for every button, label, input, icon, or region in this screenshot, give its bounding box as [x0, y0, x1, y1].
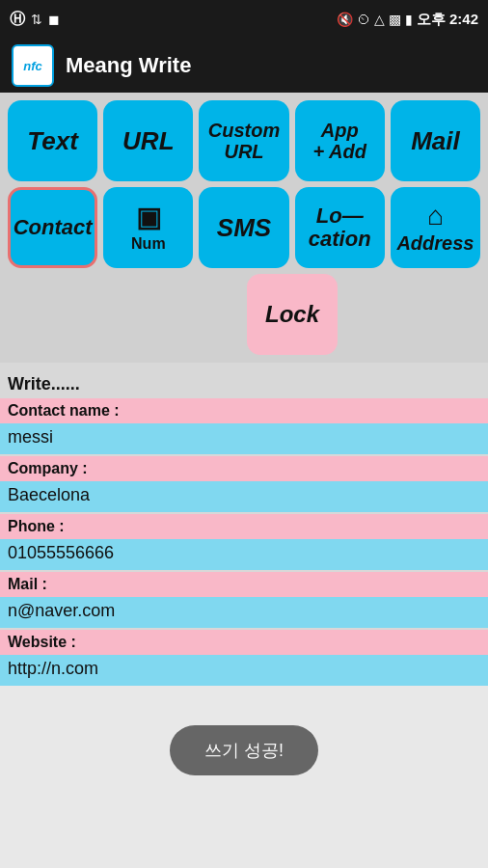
phone-value[interactable]: 01055556666: [0, 539, 488, 570]
u-icon: Ⓗ: [10, 10, 25, 30]
grid-btn-custom-url[interactable]: CustomURL: [199, 100, 288, 181]
app-icon-text: nfc: [23, 59, 42, 73]
company-label: Company :: [0, 456, 488, 481]
mail-label: Mail :: [0, 572, 488, 597]
lock-row: Lock: [8, 274, 480, 355]
grid-btn-num[interactable]: ▣ Num: [103, 187, 193, 268]
write-label: Write......: [0, 370, 488, 398]
grid-btn-text[interactable]: Text: [8, 100, 97, 181]
wifi-icon: △: [374, 12, 385, 27]
contact-name-value[interactable]: messi: [0, 423, 488, 454]
form-row-contact-name: Contact name : messi: [0, 398, 488, 454]
website-label: Website :: [0, 630, 488, 655]
company-value[interactable]: Baecelona: [0, 481, 488, 512]
grid-btn-lock[interactable]: Lock: [247, 274, 338, 355]
grid-btn-mail[interactable]: Mail: [391, 100, 480, 181]
grid-btn-location[interactable]: Lo—cation: [295, 187, 385, 268]
grid-btn-sms[interactable]: SMS: [199, 187, 288, 268]
battery-icon: ▮: [405, 12, 413, 27]
grid-btn-app-add[interactable]: App+ Add: [295, 100, 385, 181]
status-bar: Ⓗ ⇅ ◼ 🔇 ⏲ △ ▩ ▮ 오후 2:42: [0, 0, 488, 39]
time-display: 오후 2:42: [417, 11, 478, 29]
contact-name-label: Contact name :: [0, 398, 488, 423]
form-row-mail: Mail : n@naver.com: [0, 572, 488, 628]
signal-icon: ▩: [389, 12, 401, 27]
status-left-icons: Ⓗ ⇅ ◼: [10, 10, 60, 30]
grid-btn-address[interactable]: ⌂ Address: [391, 187, 480, 268]
form-row-company: Company : Baecelona: [0, 456, 488, 512]
grid-btn-url[interactable]: URL: [103, 100, 193, 181]
app-title: Meang Write: [66, 53, 191, 78]
grid-area: Text URL CustomURL App+ Add Mail Contact…: [0, 93, 488, 363]
mail-value[interactable]: n@naver.com: [0, 597, 488, 628]
form-area: Write...... Contact name : messi Company…: [0, 363, 488, 686]
status-right-icons: 🔇 ⏲ △ ▩ ▮ 오후 2:42: [337, 11, 478, 29]
download-icon: ⇅: [31, 12, 42, 27]
website-value[interactable]: http://n.com: [0, 655, 488, 686]
success-button[interactable]: 쓰기 성공!: [170, 725, 318, 775]
form-row-phone: Phone : 01055556666: [0, 514, 488, 570]
form-row-website: Website : http://n.com: [0, 630, 488, 686]
alarm-icon: ⏲: [357, 12, 370, 27]
title-bar: nfc Meang Write: [0, 39, 488, 93]
mute-icon: 🔇: [337, 12, 353, 27]
grid-row-2: Contact ▣ Num SMS Lo—cation ⌂ Address: [8, 187, 480, 268]
grid-btn-contact[interactable]: Contact: [8, 187, 97, 268]
phone-label: Phone :: [0, 514, 488, 539]
shield-icon: ◼: [48, 12, 60, 27]
grid-row-1: Text URL CustomURL App+ Add Mail: [8, 100, 480, 181]
app-icon: nfc: [12, 44, 54, 87]
